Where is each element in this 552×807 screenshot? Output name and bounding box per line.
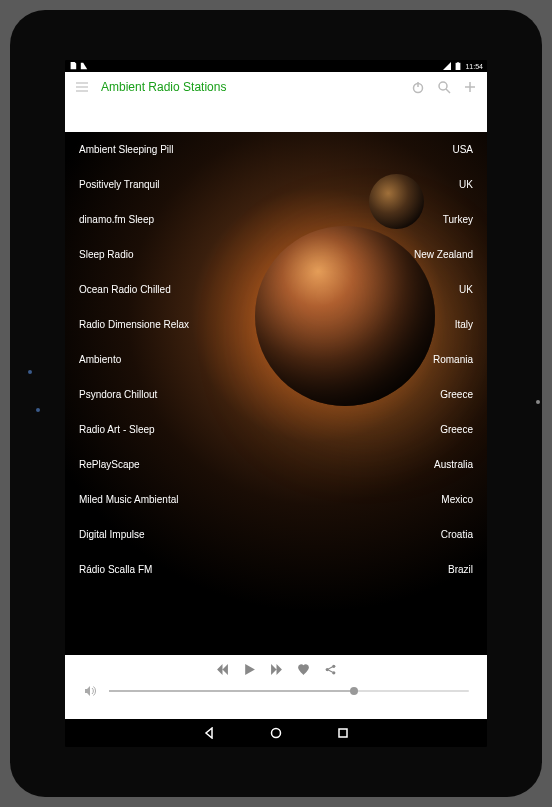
svg-rect-1 xyxy=(458,62,460,63)
search-icon[interactable] xyxy=(437,80,451,94)
previous-icon[interactable] xyxy=(216,663,229,676)
android-navbar xyxy=(65,719,487,747)
notification-icon xyxy=(80,62,88,70)
station-name: Psyndora Chillout xyxy=(79,389,157,400)
signal-icon xyxy=(443,62,451,70)
back-icon[interactable] xyxy=(203,727,215,739)
station-row[interactable]: Digital ImpulseCroatia xyxy=(65,517,487,552)
station-country: Mexico xyxy=(441,494,473,505)
station-country: Romania xyxy=(433,354,473,365)
device-led xyxy=(28,370,32,374)
station-country: Greece xyxy=(440,424,473,435)
next-icon[interactable] xyxy=(270,663,283,676)
play-icon[interactable] xyxy=(243,663,256,676)
station-country: Australia xyxy=(434,459,473,470)
svg-rect-15 xyxy=(339,729,347,737)
station-name: Ambiento xyxy=(79,354,121,365)
station-row[interactable]: dinamo.fm SleepTurkey xyxy=(65,202,487,237)
station-row[interactable]: AmbientoRomania xyxy=(65,342,487,377)
power-icon[interactable] xyxy=(411,80,425,94)
station-row[interactable]: Ambient Sleeping PillUSA xyxy=(65,132,487,167)
station-country: UK xyxy=(459,284,473,295)
recent-apps-icon[interactable] xyxy=(337,727,349,739)
station-name: dinamo.fm Sleep xyxy=(79,214,154,225)
home-icon[interactable] xyxy=(270,727,282,739)
android-statusbar: 11:54 xyxy=(65,60,487,72)
device-led xyxy=(536,400,540,404)
volume-slider[interactable] xyxy=(109,690,469,692)
favorite-icon[interactable] xyxy=(297,663,310,676)
volume-icon[interactable] xyxy=(83,684,97,698)
station-name: Ambient Sleeping Pill xyxy=(79,144,174,155)
station-row[interactable]: Radio Dimensione RelaxItaly xyxy=(65,307,487,342)
station-list[interactable]: Ambient Sleeping PillUSAPositively Tranq… xyxy=(65,132,487,655)
station-name: Positively Tranquil xyxy=(79,179,160,190)
station-country: Greece xyxy=(440,389,473,400)
device-led xyxy=(36,408,40,412)
station-country: Italy xyxy=(455,319,473,330)
hamburger-menu-icon[interactable] xyxy=(75,80,89,94)
station-row[interactable]: Radio Art - SleepGreece xyxy=(65,412,487,447)
add-icon[interactable] xyxy=(463,80,477,94)
station-row[interactable]: Rádio Scalla FMBrazil xyxy=(65,552,487,587)
station-name: Rádio Scalla FM xyxy=(79,564,152,575)
svg-rect-0 xyxy=(456,63,461,70)
station-row[interactable]: RePlayScapeAustralia xyxy=(65,447,487,482)
station-row[interactable]: Miled Music AmbientalMexico xyxy=(65,482,487,517)
station-name: Radio Dimensione Relax xyxy=(79,319,189,330)
station-country: USA xyxy=(452,144,473,155)
station-row[interactable]: Ocean Radio ChilledUK xyxy=(65,272,487,307)
station-row[interactable]: Sleep RadioNew Zealand xyxy=(65,237,487,272)
battery-icon xyxy=(454,62,462,70)
station-country: Croatia xyxy=(441,529,473,540)
station-name: Sleep Radio xyxy=(79,249,133,260)
station-country: UK xyxy=(459,179,473,190)
svg-point-7 xyxy=(439,82,447,90)
svg-line-8 xyxy=(446,89,450,93)
station-row[interactable]: Positively TranquilUK xyxy=(65,167,487,202)
station-country: New Zealand xyxy=(414,249,473,260)
statusbar-time: 11:54 xyxy=(465,63,483,70)
station-name: Ocean Radio Chilled xyxy=(79,284,171,295)
station-row[interactable]: Psyndora ChilloutGreece xyxy=(65,377,487,412)
station-name: Digital Impulse xyxy=(79,529,145,540)
sd-card-icon xyxy=(69,62,77,70)
page-title: Ambient Radio Stations xyxy=(101,80,399,94)
station-country: Turkey xyxy=(443,214,473,225)
share-icon[interactable] xyxy=(324,663,337,676)
station-name: Miled Music Ambiental xyxy=(79,494,178,505)
svg-point-14 xyxy=(272,729,281,738)
app-header: Ambient Radio Stations xyxy=(65,72,487,132)
player-bar xyxy=(65,655,487,719)
station-name: Radio Art - Sleep xyxy=(79,424,155,435)
station-name: RePlayScape xyxy=(79,459,140,470)
station-country: Brazil xyxy=(448,564,473,575)
